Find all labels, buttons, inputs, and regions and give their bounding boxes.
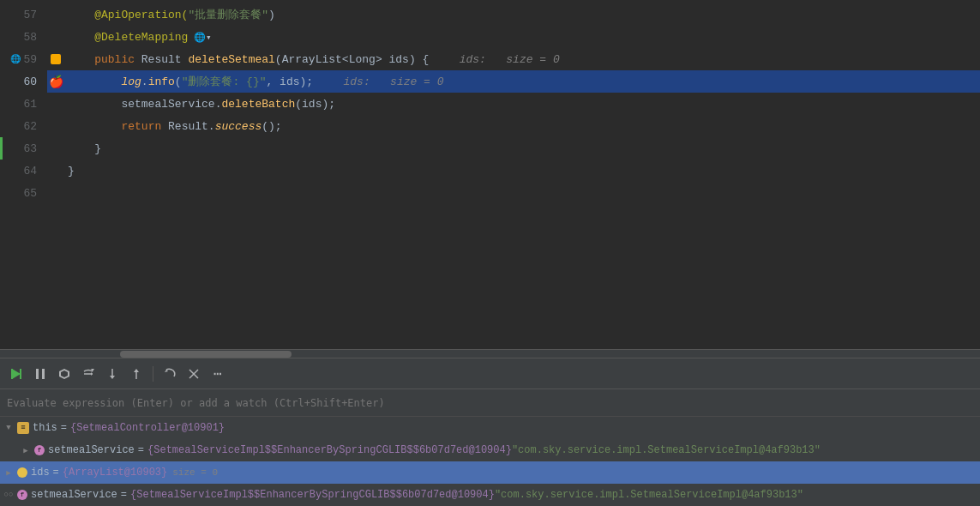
code-line-58: 58 @DeleteMapping 🌐 ▾ <box>0 26 980 48</box>
svg-rect-3 <box>36 369 39 379</box>
code-line-57: 57 @ApiOperation("批量删除套餐") <box>0 3 980 26</box>
expand-arrow-ids: ▶ <box>3 467 14 478</box>
code-content-59: public Result deleteSetmeal(ArrayList<Lo… <box>64 53 980 66</box>
code-content-57: @ApiOperation("批量删除套餐") <box>64 7 980 22</box>
watch-expression-input[interactable] <box>7 397 973 409</box>
line-number-64: 64 <box>0 160 47 182</box>
var-value-setmealservice2-str: "com.sky.service.impl.SetmealServiceImpl… <box>495 489 803 501</box>
var-size-ids: size = 0 <box>172 467 218 478</box>
breakpoint-yellow-icon <box>51 54 61 64</box>
variable-row-setmealservice2[interactable]: ○○ f setmealService = {SetmealServiceImp… <box>0 484 980 506</box>
gutter-63 <box>47 137 64 160</box>
gutter-58 <box>47 26 64 48</box>
local-icon-ids <box>17 467 27 478</box>
class-icon-this: ≡ <box>17 422 29 434</box>
var-value-this: {SetmealController@10901} <box>70 422 225 434</box>
code-content-63: } <box>64 142 980 155</box>
svg-marker-0 <box>12 369 21 379</box>
code-content-61: setmealService.deleteBatch(ids); <box>64 98 980 111</box>
line-number-60: 60 <box>0 70 47 93</box>
line-number-63: 63 <box>0 137 47 160</box>
field-icon-setmealservice: f <box>34 445 45 455</box>
step-over-button[interactable] <box>79 364 98 383</box>
svg-rect-1 <box>11 369 13 379</box>
expand-arrow-this: ▼ <box>3 423 14 433</box>
gutter-61 <box>47 93 64 115</box>
more-button[interactable]: ⋯ <box>208 364 227 383</box>
code-content-60: log.info("删除套餐: {}", ids); ids: size = 0 <box>64 74 980 89</box>
var-name-setmealservice2: setmealService <box>31 489 117 501</box>
expand-arrow-setmealservice2: ○○ <box>3 490 14 500</box>
variable-row-ids[interactable]: ▶ ids = {ArrayList@10903} size = 0 <box>0 461 980 484</box>
code-line-61: 61 setmealService.deleteBatch(ids); <box>0 93 980 115</box>
code-line-65: 65 <box>0 182 980 204</box>
var-name-setmealservice: setmealService <box>48 444 135 456</box>
globe-small-icon: 🌐 <box>10 54 21 64</box>
toolbar-separator-1 <box>153 366 153 382</box>
code-line-60: 60 🍎 log.info("删除套餐: {}", ids); ids: siz… <box>0 70 980 93</box>
rerun-button[interactable] <box>160 364 179 383</box>
code-line-62: 62 return Result.success(); <box>0 115 980 137</box>
chevron-down-icon: ▾ <box>206 32 212 43</box>
step-into-button[interactable] <box>103 364 122 383</box>
gutter-62 <box>47 115 64 137</box>
green-border-63 <box>0 137 3 160</box>
gutter-64 <box>47 160 64 182</box>
expand-arrow-setmealservice: ▶ <box>21 445 31 455</box>
line-number-61: 61 <box>0 93 47 115</box>
var-name-this: this <box>33 422 57 434</box>
svg-marker-14 <box>165 370 168 372</box>
code-editor: 57 @ApiOperation("批量删除套餐") 58 @DeleteMap… <box>0 0 980 358</box>
var-value-ids: {ArrayList@10903} <box>63 467 167 479</box>
variables-panel: ▼ ≡ this = {SetmealController@10901} ▶ f… <box>0 416 980 506</box>
code-line-63: 63 } <box>0 137 980 160</box>
svg-marker-11 <box>110 376 115 379</box>
pause-button[interactable] <box>31 364 50 383</box>
svg-marker-9 <box>91 372 93 376</box>
field-icon-setmealservice2: f <box>17 490 27 500</box>
svg-rect-2 <box>20 369 21 379</box>
step-out-button[interactable] <box>127 364 146 383</box>
code-line-59: 🌐 59 public Result deleteSetmeal(ArrayLi… <box>0 48 980 70</box>
scrollbar-thumb[interactable] <box>120 351 292 358</box>
horizontal-scrollbar[interactable] <box>0 349 980 358</box>
svg-rect-4 <box>42 369 45 379</box>
resume-button[interactable] <box>7 364 26 383</box>
variable-row-setmealservice[interactable]: ▶ f setmealService = {SetmealServiceImpl… <box>0 439 980 461</box>
gutter-57 <box>47 3 64 26</box>
line-number-62: 62 <box>0 115 47 137</box>
variable-row-this[interactable]: ▼ ≡ this = {SetmealController@10901} <box>0 417 980 439</box>
gutter-60: 🍎 <box>47 70 64 93</box>
var-name-ids: ids <box>31 467 50 479</box>
gutter-65 <box>47 182 64 204</box>
line-number-57: 57 <box>0 3 47 26</box>
debug-toolbar: ⋯ <box>0 358 980 389</box>
svg-marker-13 <box>134 369 139 372</box>
code-content-62: return Result.success(); <box>64 120 980 133</box>
stop-button[interactable] <box>55 364 74 383</box>
globe-icon: 🌐 <box>188 32 206 43</box>
line-number-65: 65 <box>0 182 47 204</box>
code-content-64: } <box>64 165 980 178</box>
var-value-setmealservice-str: "com.sky.service.impl.SetmealServiceImpl… <box>512 444 821 456</box>
code-content-58: @DeleteMapping 🌐 ▾ <box>64 31 980 44</box>
watch-input-area <box>0 389 980 416</box>
var-value-setmealservice2: {SetmealServiceImpl$$EnhancerBySpringCGL… <box>130 489 495 501</box>
line-number-58: 58 <box>0 26 47 48</box>
execution-arrow-icon: 🍎 <box>49 75 63 89</box>
var-value-setmealservice: {SetmealServiceImpl$$EnhancerBySpringCGL… <box>147 444 512 456</box>
line-number-59: 🌐 59 <box>0 48 47 70</box>
code-line-64: 64 } <box>0 160 980 182</box>
gutter-59 <box>47 48 64 70</box>
clear-button[interactable] <box>184 364 203 383</box>
code-lines: 57 @ApiOperation("批量删除套餐") 58 @DeleteMap… <box>0 0 980 349</box>
